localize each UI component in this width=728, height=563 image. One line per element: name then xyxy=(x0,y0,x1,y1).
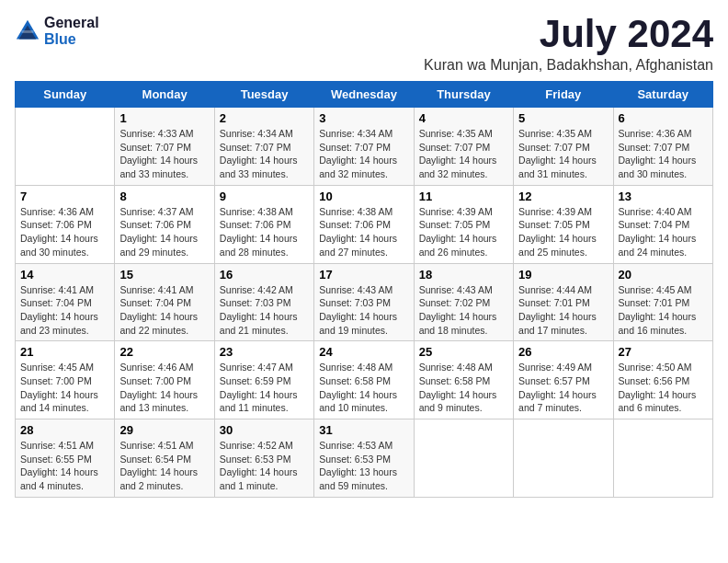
calendar-cell xyxy=(613,419,712,498)
calendar-cell: 5Sunrise: 4:35 AMSunset: 7:07 PMDaylight… xyxy=(514,108,613,186)
calendar-cell: 29Sunrise: 4:51 AMSunset: 6:54 PMDayligh… xyxy=(115,419,214,498)
calendar-cell: 9Sunrise: 4:38 AMSunset: 7:06 PMDaylight… xyxy=(214,185,313,263)
day-number: 26 xyxy=(518,345,608,359)
calendar-cell: 28Sunrise: 4:51 AMSunset: 6:55 PMDayligh… xyxy=(16,419,115,498)
day-info: Sunrise: 4:43 AMSunset: 7:02 PMDaylight:… xyxy=(419,283,508,338)
calendar-cell: 24Sunrise: 4:48 AMSunset: 6:58 PMDayligh… xyxy=(314,341,414,419)
day-info: Sunrise: 4:46 AMSunset: 7:00 PMDaylight:… xyxy=(119,361,209,415)
location-text: Kuran wa Munjan, Badakhshan, Afghanistan xyxy=(424,57,713,74)
day-info: Sunrise: 4:37 AMSunset: 7:06 PMDaylight:… xyxy=(119,205,209,259)
day-number: 8 xyxy=(119,190,209,203)
day-number: 9 xyxy=(220,190,309,203)
day-number: 6 xyxy=(619,111,708,125)
page-header: General Blue July 2024 Kuran wa Munjan, … xyxy=(15,15,713,74)
title-block: July 2024 Kuran wa Munjan, Badakhshan, A… xyxy=(424,15,713,74)
weekday-header-saturday: Saturday xyxy=(613,82,712,108)
day-info: Sunrise: 4:48 AMSunset: 6:58 PMDaylight:… xyxy=(319,361,408,415)
svg-rect-2 xyxy=(21,30,33,33)
day-info: Sunrise: 4:52 AMSunset: 6:53 PMDaylight:… xyxy=(220,439,309,493)
logo-text: General Blue xyxy=(44,15,99,47)
weekday-header-row: SundayMondayTuesdayWednesdayThursdayFrid… xyxy=(16,82,713,108)
calendar-cell: 21Sunrise: 4:45 AMSunset: 7:00 PMDayligh… xyxy=(16,341,115,419)
calendar-cell: 17Sunrise: 4:43 AMSunset: 7:03 PMDayligh… xyxy=(314,263,414,341)
calendar-cell xyxy=(16,108,115,186)
calendar-table: SundayMondayTuesdayWednesdayThursdayFrid… xyxy=(15,81,713,498)
day-number: 25 xyxy=(419,345,508,359)
day-number: 13 xyxy=(619,190,708,203)
day-info: Sunrise: 4:43 AMSunset: 7:03 PMDaylight:… xyxy=(319,283,408,338)
day-number: 16 xyxy=(220,268,309,282)
calendar-cell: 10Sunrise: 4:38 AMSunset: 7:06 PMDayligh… xyxy=(314,185,414,263)
day-info: Sunrise: 4:51 AMSunset: 6:54 PMDaylight:… xyxy=(119,439,209,493)
day-info: Sunrise: 4:34 AMSunset: 7:07 PMDaylight:… xyxy=(220,127,309,181)
day-info: Sunrise: 4:39 AMSunset: 7:05 PMDaylight:… xyxy=(518,205,608,259)
weekday-header-friday: Friday xyxy=(514,82,613,108)
calendar-cell: 22Sunrise: 4:46 AMSunset: 7:00 PMDayligh… xyxy=(115,341,214,419)
day-info: Sunrise: 4:47 AMSunset: 6:59 PMDaylight:… xyxy=(220,361,309,415)
calendar-cell: 27Sunrise: 4:50 AMSunset: 6:56 PMDayligh… xyxy=(613,341,712,419)
calendar-cell: 3Sunrise: 4:34 AMSunset: 7:07 PMDaylight… xyxy=(314,108,414,186)
day-info: Sunrise: 4:36 AMSunset: 7:06 PMDaylight:… xyxy=(20,205,109,259)
calendar-cell: 15Sunrise: 4:41 AMSunset: 7:04 PMDayligh… xyxy=(115,263,214,341)
calendar-cell: 23Sunrise: 4:47 AMSunset: 6:59 PMDayligh… xyxy=(214,341,313,419)
day-number: 21 xyxy=(20,345,109,359)
day-info: Sunrise: 4:36 AMSunset: 7:07 PMDaylight:… xyxy=(619,127,708,181)
day-number: 15 xyxy=(119,268,209,282)
day-info: Sunrise: 4:40 AMSunset: 7:04 PMDaylight:… xyxy=(619,205,708,259)
calendar-cell: 25Sunrise: 4:48 AMSunset: 6:58 PMDayligh… xyxy=(414,341,513,419)
day-number: 4 xyxy=(419,111,508,125)
day-number: 23 xyxy=(220,345,309,359)
calendar-cell: 26Sunrise: 4:49 AMSunset: 6:57 PMDayligh… xyxy=(514,341,613,419)
day-number: 28 xyxy=(20,423,109,437)
day-info: Sunrise: 4:53 AMSunset: 6:53 PMDaylight:… xyxy=(319,439,408,493)
weekday-header-monday: Monday xyxy=(115,82,214,108)
day-number: 19 xyxy=(518,268,608,282)
weekday-header-wednesday: Wednesday xyxy=(314,82,414,108)
day-number: 31 xyxy=(319,423,408,437)
day-info: Sunrise: 4:50 AMSunset: 6:56 PMDaylight:… xyxy=(619,361,708,415)
day-number: 17 xyxy=(319,268,408,282)
calendar-cell: 2Sunrise: 4:34 AMSunset: 7:07 PMDaylight… xyxy=(214,108,313,186)
day-info: Sunrise: 4:38 AMSunset: 7:06 PMDaylight:… xyxy=(319,205,408,259)
day-number: 22 xyxy=(119,345,209,359)
calendar-cell: 16Sunrise: 4:42 AMSunset: 7:03 PMDayligh… xyxy=(214,263,313,341)
calendar-week-row: 21Sunrise: 4:45 AMSunset: 7:00 PMDayligh… xyxy=(16,341,713,419)
calendar-cell: 1Sunrise: 4:33 AMSunset: 7:07 PMDaylight… xyxy=(115,108,214,186)
day-info: Sunrise: 4:41 AMSunset: 7:04 PMDaylight:… xyxy=(20,283,109,338)
calendar-cell: 13Sunrise: 4:40 AMSunset: 7:04 PMDayligh… xyxy=(613,185,712,263)
day-info: Sunrise: 4:41 AMSunset: 7:04 PMDaylight:… xyxy=(119,283,209,338)
day-number: 2 xyxy=(220,111,309,125)
calendar-week-row: 1Sunrise: 4:33 AMSunset: 7:07 PMDaylight… xyxy=(16,108,713,186)
day-info: Sunrise: 4:45 AMSunset: 7:00 PMDaylight:… xyxy=(20,361,109,415)
calendar-cell: 30Sunrise: 4:52 AMSunset: 6:53 PMDayligh… xyxy=(214,419,313,498)
day-info: Sunrise: 4:35 AMSunset: 7:07 PMDaylight:… xyxy=(419,127,508,181)
day-info: Sunrise: 4:49 AMSunset: 6:57 PMDaylight:… xyxy=(518,361,608,415)
day-info: Sunrise: 4:44 AMSunset: 7:01 PMDaylight:… xyxy=(518,283,608,338)
calendar-cell: 8Sunrise: 4:37 AMSunset: 7:06 PMDaylight… xyxy=(115,185,214,263)
day-number: 7 xyxy=(20,190,109,203)
weekday-header-tuesday: Tuesday xyxy=(214,82,313,108)
day-number: 14 xyxy=(20,268,109,282)
day-number: 24 xyxy=(319,345,408,359)
calendar-cell xyxy=(514,419,613,498)
calendar-cell: 6Sunrise: 4:36 AMSunset: 7:07 PMDaylight… xyxy=(613,108,712,186)
calendar-cell: 19Sunrise: 4:44 AMSunset: 7:01 PMDayligh… xyxy=(514,263,613,341)
calendar-week-row: 28Sunrise: 4:51 AMSunset: 6:55 PMDayligh… xyxy=(16,419,713,498)
day-number: 18 xyxy=(419,268,508,282)
calendar-cell: 7Sunrise: 4:36 AMSunset: 7:06 PMDaylight… xyxy=(16,185,115,263)
calendar-week-row: 14Sunrise: 4:41 AMSunset: 7:04 PMDayligh… xyxy=(16,263,713,341)
logo: General Blue xyxy=(15,15,99,47)
weekday-header-thursday: Thursday xyxy=(414,82,513,108)
logo-icon xyxy=(15,18,40,44)
day-info: Sunrise: 4:45 AMSunset: 7:01 PMDaylight:… xyxy=(619,283,708,338)
day-info: Sunrise: 4:39 AMSunset: 7:05 PMDaylight:… xyxy=(419,205,508,259)
day-info: Sunrise: 4:35 AMSunset: 7:07 PMDaylight:… xyxy=(518,127,608,181)
logo-blue: Blue xyxy=(44,31,99,48)
day-number: 11 xyxy=(419,190,508,203)
day-number: 3 xyxy=(319,111,408,125)
day-number: 30 xyxy=(220,423,309,437)
day-number: 27 xyxy=(619,345,708,359)
month-title: July 2024 xyxy=(424,15,713,53)
day-info: Sunrise: 4:42 AMSunset: 7:03 PMDaylight:… xyxy=(220,283,309,338)
calendar-cell: 12Sunrise: 4:39 AMSunset: 7:05 PMDayligh… xyxy=(514,185,613,263)
